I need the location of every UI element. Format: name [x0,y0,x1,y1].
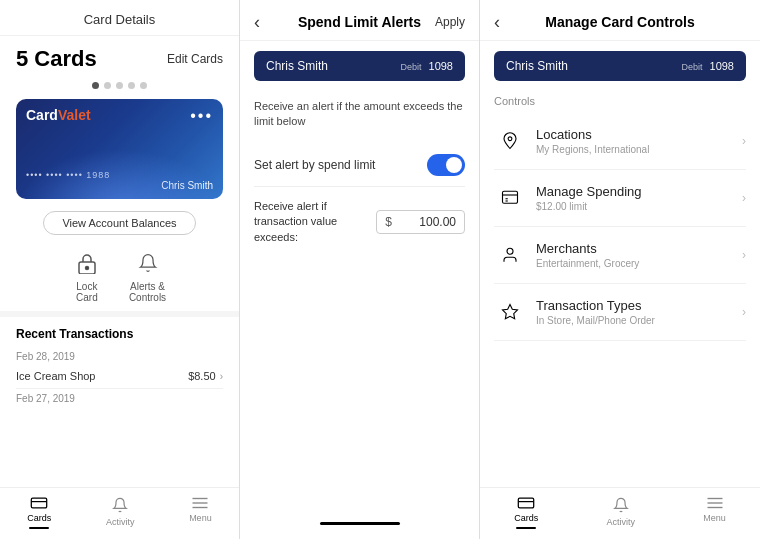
view-balance-button[interactable]: View Account Balances [43,211,195,235]
panel3-back-button[interactable]: ‹ [494,12,500,33]
control-locations-text: Locations My Regions, International [536,127,742,155]
card-options-dots[interactable]: ••• [190,107,213,125]
amount-input[interactable] [396,215,456,229]
control-spending-subtitle: $12.00 limit [536,201,742,212]
panel2-bottom [240,509,479,539]
transaction-row-1[interactable]: Ice Cream Shop $8.50 › [16,364,223,389]
panel3-card-bar: Chris Smith Debit 1098 [494,51,746,81]
svg-rect-2 [32,498,47,508]
control-transaction-types-text: Transaction Types In Store, Mail/Phone O… [536,298,742,326]
panel3-card-last4: 1098 [710,60,734,72]
amount-label: Receive alert if transaction value excee… [254,199,376,245]
edit-cards-button[interactable]: Edit Cards [167,52,223,66]
spend-limit-toggle[interactable] [427,154,465,176]
trans-name-1: Ice Cream Shop [16,370,95,382]
control-locations-subtitle: My Regions, International [536,144,742,155]
control-spending-text: Manage Spending $12.00 limit [536,184,742,212]
panel3-header: ‹ Manage Card Controls [480,0,760,41]
panel2-title: Spend Limit Alerts [298,14,421,30]
home-indicator-2 [320,522,400,525]
card-controls-panel: ‹ Manage Card Controls Chris Smith Debit… [480,0,760,539]
nav-cards-label-3: Cards [514,513,538,523]
cards-header: 5 Cards Edit Cards [0,36,239,78]
location-icon [494,125,526,157]
nav-activity-3[interactable]: Activity [606,496,635,529]
nav-menu-3[interactable]: Menu [703,496,726,529]
nav-activity-1[interactable]: Activity [106,496,135,529]
control-locations[interactable]: Locations My Regions, International › [494,113,746,170]
alert-description: Receive an alert if the amount exceeds t… [254,99,465,130]
control-spending-title: Manage Spending [536,184,742,199]
trans-date-1: Feb 28, 2019 [16,347,223,364]
controls-section-label: Controls [494,91,746,109]
nav-cards-label-1: Cards [27,513,51,523]
svg-point-12 [507,248,513,254]
control-merchants-text: Merchants Entertainment, Grocery [536,241,742,269]
panel3-debit-number: Debit 1098 [681,60,734,72]
trans-chevron-1: › [220,371,223,382]
control-merchants[interactable]: Merchants Entertainment, Grocery › [494,227,746,284]
alerts-icon [134,249,162,277]
dot-4 [128,82,135,89]
control-spending[interactable]: Manage Spending $12.00 limit › [494,170,746,227]
panel3-inner: ‹ Manage Card Controls Chris Smith Debit… [480,0,760,539]
trans-date-2: Feb 27, 2019 [16,389,223,406]
card-shine [16,149,223,199]
dot-3 [116,82,123,89]
lock-card-label: LockCard [76,281,98,303]
nav-activity-label-1: Activity [106,517,135,527]
control-transaction-types[interactable]: Transaction Types In Store, Mail/Phone O… [494,284,746,341]
svg-marker-13 [503,305,518,319]
recent-transactions-section: Recent Transactions Feb 28, 2019 Ice Cre… [0,317,239,416]
card-dots-indicator [0,78,239,93]
control-locations-chevron: › [742,134,746,148]
control-transaction-types-subtitle: In Store, Mail/Phone Order [536,315,742,326]
svg-rect-14 [518,498,533,508]
panel2-back-button[interactable]: ‹ [254,12,260,33]
panel2-card-holder: Chris Smith [266,59,328,73]
control-merchants-title: Merchants [536,241,742,256]
bottom-nav-1: Cards Activity Menu [0,487,239,539]
nav-cards-1[interactable]: Cards [27,496,51,529]
card-details-panel: Card Details 5 Cards Edit Cards CardVale… [0,0,240,539]
dollar-sign: $ [385,215,392,229]
svg-rect-8 [503,191,518,203]
amount-input-wrapper: $ [376,210,465,234]
controls-section: Controls Locations My Regions, Internati… [480,87,760,539]
amount-row: Receive alert if transaction value excee… [254,187,465,257]
dot-2 [104,82,111,89]
control-transaction-types-chevron: › [742,305,746,319]
control-transaction-types-title: Transaction Types [536,298,742,313]
nav-activity-label-3: Activity [606,517,635,527]
panel2-debit-label: Debit [400,62,421,72]
nav-menu-label-1: Menu [189,513,212,523]
toggle-row: Set alert by spend limit [254,144,465,187]
card-visual: CardValet ••• •••• •••• •••• 1988 Chris … [16,99,223,199]
lock-icon [73,249,101,277]
panel1-topbar: Card Details [0,0,239,36]
panel1-title: Card Details [84,12,156,27]
svg-point-7 [508,137,512,141]
control-merchants-subtitle: Entertainment, Grocery [536,258,742,269]
trans-amount-1: $8.50 › [188,370,223,382]
nav-cards-3[interactable]: Cards [514,496,538,529]
panel3-debit-label: Debit [681,62,702,72]
spend-limit-panel: ‹ Spend Limit Alerts Apply Chris Smith D… [240,0,480,539]
nav-menu-1[interactable]: Menu [189,496,212,529]
control-spending-chevron: › [742,191,746,205]
apply-button[interactable]: Apply [435,15,465,29]
panel2-card-bar: Chris Smith Debit 1098 [254,51,465,81]
alerts-controls-action[interactable]: Alerts &Controls [129,249,166,303]
lock-card-action[interactable]: LockCard [73,249,101,303]
panel2-content: Receive an alert if the amount exceeds t… [240,87,479,509]
panel2-debit-number: Debit 1098 [400,60,453,72]
alerts-label: Alerts &Controls [129,281,166,303]
svg-point-1 [85,267,88,270]
bottom-nav-3: Cards Activity Menu [480,487,760,539]
control-locations-title: Locations [536,127,742,142]
spending-icon [494,182,526,214]
nav-menu-label-3: Menu [703,513,726,523]
panel3-card-holder: Chris Smith [506,59,568,73]
dot-1 [92,82,99,89]
transaction-types-icon [494,296,526,328]
